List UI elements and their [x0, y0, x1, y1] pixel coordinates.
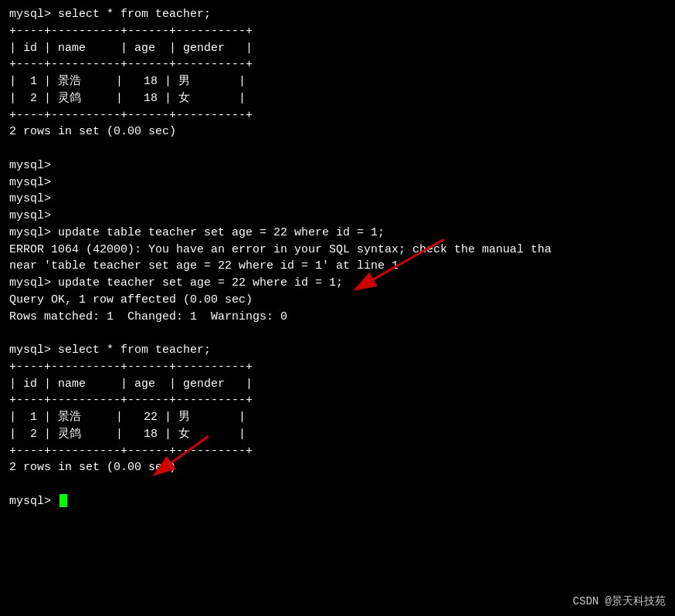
- line-5: | 1 | 景浩 | 18 | 男 |: [9, 73, 666, 90]
- line-11: mysql>: [9, 174, 666, 191]
- line-13: mysql>: [9, 208, 666, 225]
- line-10: mysql>: [9, 157, 666, 174]
- terminal-cursor: [59, 494, 67, 507]
- line-2: +----+----------+------+----------+: [9, 23, 666, 40]
- line-4: +----+----------+------+----------+: [9, 56, 666, 73]
- line-30: mysql>: [9, 493, 666, 510]
- line-3: | id | name | age | gender |: [9, 40, 666, 57]
- line-14: mysql> update table teacher set age = 22…: [9, 225, 666, 242]
- line-16: near 'table teacher set age = 22 where i…: [9, 258, 666, 275]
- line-25: | 1 | 景浩 | 22 | 男 |: [9, 409, 666, 426]
- terminal-window: mysql> select * from teacher; +----+----…: [0, 0, 675, 616]
- line-26: | 2 | 灵鸽 | 18 | 女 |: [9, 426, 666, 443]
- line-27: +----+----------+------+----------+: [9, 443, 666, 460]
- line-21: mysql> select * from teacher;: [9, 342, 666, 359]
- line-17: mysql> update teacher set age = 22 where…: [9, 275, 666, 292]
- line-23: | id | name | age | gender |: [9, 376, 666, 393]
- line-19: Rows matched: 1 Changed: 1 Warnings: 0: [9, 309, 666, 326]
- line-8: 2 rows in set (0.00 sec): [9, 124, 666, 140]
- line-6: | 2 | 灵鸽 | 18 | 女 |: [9, 90, 666, 107]
- line-28: 2 rows in set (0.00 sec): [9, 459, 666, 476]
- line-12: mysql>: [9, 191, 666, 208]
- line-29: [9, 476, 666, 493]
- line-20: [9, 325, 666, 342]
- line-22: +----+----------+------+----------+: [9, 359, 666, 376]
- watermark: CSDN @景天科技苑: [573, 594, 666, 608]
- line-9: [9, 140, 666, 157]
- line-18: Query OK, 1 row affected (0.00 sec): [9, 292, 666, 309]
- line-7: +----+----------+------+----------+: [9, 107, 666, 124]
- line-24: +----+----------+------+----------+: [9, 392, 666, 409]
- line-15: ERROR 1064 (42000): You have an error in…: [9, 242, 666, 259]
- line-1: mysql> select * from teacher;: [9, 6, 666, 23]
